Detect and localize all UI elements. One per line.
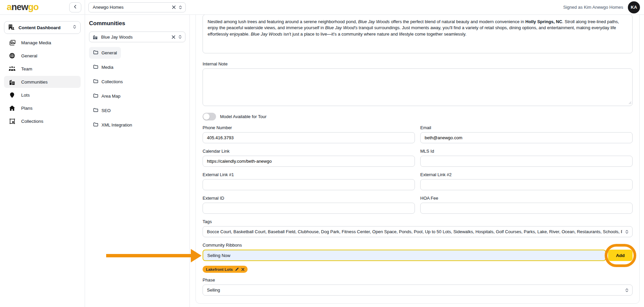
phone-label: Phone Number (203, 125, 415, 130)
anewgo-logo[interactable]: anewgo (7, 2, 39, 12)
sidebar-collapse-button[interactable] (69, 2, 81, 12)
external-link-1-label: External Link #1 (203, 172, 415, 177)
sidebar: anewgo Content Dashboard Manage Media Ge… (0, 0, 85, 307)
logo-text: a (7, 2, 11, 12)
email-label: Email (420, 125, 633, 130)
team-icon (9, 66, 15, 71)
sidebar-item-manage-media[interactable]: Manage Media (4, 37, 81, 49)
folder-icon (93, 122, 98, 128)
chevron-updown-icon (178, 5, 183, 10)
avatar[interactable]: KA (628, 1, 640, 13)
app-root: anewgo Content Dashboard Manage Media Ge… (0, 0, 644, 307)
sidebar-item-label: Lots (21, 93, 30, 98)
chevron-updown-icon (178, 35, 182, 39)
sidebar-item-lots[interactable]: Lots (4, 89, 81, 101)
tab-area-map[interactable]: Area Map (89, 90, 124, 102)
phase-select[interactable]: Selling (203, 285, 633, 296)
phase-label: Phase (203, 277, 633, 283)
tags-select[interactable]: Bocce Court, Basketball Court, Baseball … (203, 226, 633, 237)
model-tour-label: Model Available for Tour (220, 114, 266, 119)
sidebar-item-collections[interactable]: Collections (4, 115, 81, 127)
tags-select-value: Bocce Court, Basketball Court, Baseball … (207, 229, 622, 234)
sidebar-item-team[interactable]: Team (4, 63, 81, 75)
email-input[interactable] (420, 132, 633, 143)
mls-id-input[interactable] (420, 156, 633, 167)
add-ribbon-button[interactable]: Add (608, 250, 633, 261)
external-id-input[interactable] (203, 203, 415, 214)
ribbon-input[interactable] (203, 250, 606, 261)
signed-as-label: Signed as Kim Anewgo Homes (563, 5, 623, 10)
chevron-updown-icon (72, 24, 77, 31)
home-icon (9, 105, 15, 111)
tab-collections[interactable]: Collections (89, 76, 127, 88)
phone-input[interactable] (203, 132, 415, 143)
folder-icon (93, 64, 98, 70)
external-id-label: External ID (203, 196, 415, 201)
tab-label: SEO (101, 108, 111, 113)
hoa-fee-input[interactable] (420, 203, 633, 214)
folder-icon (93, 93, 98, 99)
community-tabs: General Media Collections Area Map SEO X… (89, 47, 185, 131)
builder-select[interactable]: Anewgo Homes (88, 2, 186, 12)
calendar-link-input[interactable] (203, 156, 415, 167)
community-select-value: Blue Jay Woods (101, 35, 171, 40)
ribbon-pill-label: Lakefront Lots (206, 267, 233, 271)
edit-pencil-icon[interactable] (235, 267, 239, 271)
sidebar-item-plans[interactable]: Plans (4, 102, 81, 114)
tags-label: Tags (203, 219, 633, 224)
tab-label: Area Map (101, 94, 120, 99)
folder-icon (93, 107, 98, 114)
tab-label: General (101, 50, 117, 55)
sidebar-item-label: Team (21, 66, 32, 71)
tab-label: Collections (101, 79, 123, 84)
sidebar-nav: Manage Media General Team Communities Lo… (0, 37, 85, 128)
community-select[interactable]: Blue Jay Woods (89, 32, 185, 42)
tab-xml-integration[interactable]: XML Integration (89, 119, 136, 131)
sidebar-item-communities[interactable]: Communities (4, 76, 81, 88)
sidebar-item-label: Plans (21, 106, 33, 111)
internal-note-label: Internal Note (203, 61, 633, 66)
hoa-fee-label: HOA Fee (420, 196, 633, 201)
city-icon (9, 79, 15, 85)
remove-ribbon-icon[interactable] (241, 268, 245, 271)
chevron-updown-icon (625, 288, 629, 293)
description-editor[interactable]: Nestled among lush trees and featuring a… (203, 15, 633, 53)
sidebar-item-label: Manage Media (21, 40, 51, 45)
workspace-label: Content Dashboard (18, 25, 72, 30)
media-icon (9, 40, 15, 46)
folder-icon (93, 50, 98, 56)
collections-icon (9, 118, 15, 124)
dashboard-building-icon (8, 24, 14, 31)
globe-icon (9, 53, 15, 59)
external-link-2-label: External Link #2 (420, 172, 633, 177)
pin-icon (9, 92, 15, 98)
phase-select-value: Selling (207, 288, 220, 293)
tab-general[interactable]: General (89, 47, 121, 59)
mls-id-label: MLS Id (420, 149, 633, 154)
toggle-knob (203, 113, 210, 120)
buildings-icon (93, 35, 98, 39)
builder-select-value: Anewgo Homes (93, 5, 171, 10)
sidebar-header: anewgo (0, 0, 85, 15)
sidebar-item-label: Collections (21, 119, 43, 124)
panel-title: Communities (89, 20, 185, 27)
sidebar-item-label: General (21, 53, 37, 58)
internal-note-textarea[interactable] (203, 68, 633, 106)
sidebar-item-general[interactable]: General (4, 50, 81, 62)
tab-label: XML Integration (101, 122, 132, 127)
external-link-2-input[interactable] (420, 179, 633, 190)
calendar-link-label: Calendar Link (203, 149, 415, 154)
sidebar-item-label: Communities (21, 80, 48, 85)
external-link-1-input[interactable] (203, 179, 415, 190)
tab-seo[interactable]: SEO (89, 105, 115, 116)
general-card: Nestled among lush trees and featuring a… (196, 15, 640, 304)
clear-icon[interactable] (171, 34, 176, 40)
chevron-updown-icon (625, 229, 629, 234)
clear-icon[interactable] (171, 4, 177, 10)
tab-media[interactable]: Media (89, 61, 117, 73)
communities-panel: Communities Blue Jay Woods General Media… (85, 15, 190, 307)
folder-icon (93, 79, 98, 85)
model-tour-toggle[interactable] (203, 113, 216, 120)
chevron-left-icon (73, 4, 78, 10)
workspace-select[interactable]: Content Dashboard (4, 21, 81, 34)
